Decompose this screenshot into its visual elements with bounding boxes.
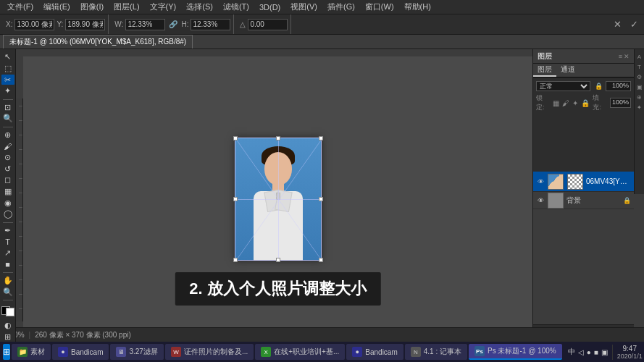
menu-filter[interactable]: 滤镜(T) [219,1,254,13]
taskbar-item-5[interactable]: ● Bandicam [346,344,403,360]
angle-label: △ [240,20,246,28]
ruler-tick [19,279,22,280]
menu-view[interactable]: 视图(V) [286,1,322,13]
shape-tool[interactable]: ■ [1,259,14,269]
quick-mask-tool[interactable]: ◐ [1,321,14,331]
y-input[interactable] [65,19,105,30]
layer-item-photo[interactable]: 👁 06MV43[YOK_M$BA_K618] [533,172,634,192]
taskbar-item-4[interactable]: X 在线+职业培训+基... [255,344,345,360]
toolbar-size-section: W: 🔗 H: [112,14,234,34]
x-input[interactable] [14,19,54,30]
menu-window[interactable]: 窗口(W) [361,1,398,13]
toolbar-angle-section: △ [237,14,291,34]
menu-bar: 文件(F) 编辑(E) 图像(I) 图层(L) 文字(Y) 选择(S) 滤镜(T… [0,0,644,14]
pen-tool[interactable]: ✒ [1,225,14,235]
lock-position-icon[interactable]: ✦ [572,99,578,107]
x-label: X: [6,20,12,28]
blend-mode-select[interactable]: 正常 [536,81,590,91]
marquee-tool[interactable]: ⬚ [1,64,14,74]
right-strip-btn-6[interactable]: ✦ [635,103,644,111]
menu-plugin[interactable]: 插件(G) [323,1,359,13]
history-brush-tool[interactable]: ↺ [1,164,14,174]
zoom-tool[interactable]: 🔍 [1,287,14,298]
document-tab[interactable]: 未标题-1 @ 100% (06MV0[YOK_M$A_K618], RGB/8… [3,35,193,49]
right-strip-btn-3[interactable]: ⚙ [635,72,644,81]
lock-label: 锁定: [536,93,550,112]
ruler-tick [19,135,22,135]
eyedropper-tool[interactable]: 🔍 [1,114,14,124]
menu-edit[interactable]: 编辑(E) [39,1,75,13]
layer-item-bg[interactable]: 👁 背景 🔒 [533,192,634,209]
sys-icon-stop[interactable]: ■ [594,348,598,356]
lock-pixels-icon[interactable]: 🖌 [562,99,569,107]
menu-layer[interactable]: 图层(L) [109,1,143,13]
confirm-transform-icon[interactable]: ✓ [627,19,641,30]
right-strip-btn-5[interactable]: ⊕ [635,93,644,101]
ruler-tick [19,308,22,309]
tool-separator [3,300,13,300]
lock-all-icon[interactable]: 🔒 [581,99,590,107]
start-button[interactable]: ⊞ [3,344,10,360]
status-divider: | [29,331,31,339]
menu-text[interactable]: 文字(Y) [146,1,181,13]
y-label: Y: [57,20,63,28]
screen-mode-tool[interactable]: ⊞ [1,332,14,342]
menu-3d[interactable]: 3D(D) [255,2,285,12]
sys-icon-rec[interactable]: ▣ [601,348,608,356]
eraser-tool[interactable]: ◻ [1,175,14,185]
sys-icon-media[interactable]: ◁ [578,348,584,356]
taskbar-item-1[interactable]: ● Bandicam [52,344,109,360]
taskbar-label-1: Bandicam [71,348,103,356]
toolbar: X: Y: W: 🔗 H: △ ✕ ✓ [0,14,644,35]
lock-transparent-icon[interactable]: ▦ [553,99,559,107]
h-input[interactable] [191,19,230,30]
taskbar-item-3[interactable]: W 证件照片的制备及... [165,344,254,360]
layers-panel-header: 图层 ≡ ✕ [533,49,634,64]
panel-close-icon[interactable]: ✕ [624,53,630,60]
layer-visibility-bg[interactable]: 👁 [536,196,545,205]
gradient-tool[interactable]: ▦ [1,187,14,197]
taskbar-item-2[interactable]: 🖥 3.27滤屏 [110,344,163,360]
dodge-tool[interactable]: ◯ [1,209,14,219]
crop-tool[interactable]: ⊡ [1,102,14,112]
menu-file[interactable]: 文件(F) [3,1,38,13]
face [264,152,292,185]
move-tool[interactable]: ↖ [1,52,14,62]
background-color[interactable] [6,308,14,316]
tab-layers[interactable]: 图层 [533,64,556,77]
lasso-tool[interactable]: ✂ [1,75,14,85]
right-strip-btn-1[interactable]: A [635,52,644,61]
type-tool[interactable]: T [1,237,14,247]
path-selection-tool[interactable]: ↗ [1,248,14,258]
healing-brush-tool[interactable]: ⊕ [1,130,14,140]
taskbar-icon-6: N [411,347,421,357]
panel-options-icon[interactable]: ≡ [619,53,622,60]
w-input[interactable] [125,19,165,30]
right-strip-btn-4[interactable]: ▣ [635,83,644,91]
taskbar-item-0[interactable]: 📁 素材 [12,344,51,360]
tab-channels[interactable]: 通道 [556,64,580,77]
blur-tool[interactable]: ◉ [1,198,14,208]
brush-tool[interactable]: 🖌 [1,141,14,151]
layer-visibility-photo[interactable]: 👁 [536,177,545,186]
menu-help[interactable]: 帮助(H) [400,1,435,13]
cancel-transform-icon[interactable]: ✕ [611,19,624,30]
angle-input[interactable] [248,19,288,30]
layer-properties: 正常 🔒 100% 锁定: ▦ 🖌 ✦ 🔒 填充: 100% [533,77,634,172]
menu-image[interactable]: 图像(I) [76,1,108,13]
color-boxes[interactable] [1,306,14,316]
right-strip-btn-2[interactable]: T [635,62,644,71]
sys-icon-dot[interactable]: ● [587,348,591,356]
opacity-input[interactable]: 100% [606,81,631,91]
clone-stamp-tool[interactable]: ⊙ [1,153,14,163]
taskbar-item-7[interactable]: Ps Ps 未标题-1 @ 100% [469,344,562,360]
hand-tool[interactable]: ✋ [1,276,14,286]
taskbar-item-6[interactable]: N 4.1 : 记事本 [405,344,467,360]
fill-input[interactable]: 100% [610,98,631,108]
document-canvas [235,138,322,261]
link-icon: 🔗 [167,20,179,28]
sys-icon-cn[interactable]: 中 [568,347,575,357]
magic-wand-tool[interactable]: ✦ [1,86,14,96]
menu-select[interactable]: 选择(S) [182,1,217,13]
ruler-tick [19,236,22,237]
